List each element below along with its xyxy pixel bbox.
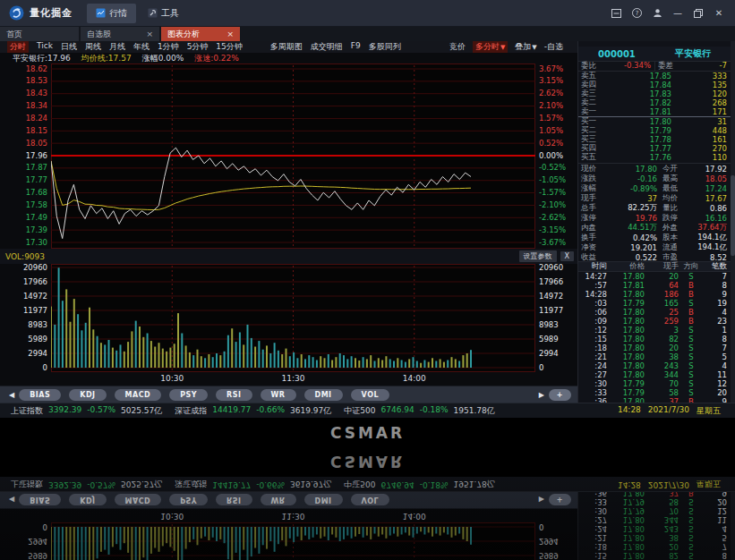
period-button[interactable]: 分时 — [7, 41, 29, 53]
tab-close-icon[interactable]: × — [226, 30, 234, 38]
trade-row[interactable]: :5717.8164B8 — [578, 281, 731, 290]
toolbar-right-group: 竞价多分时▼叠加▼-自选 — [449, 41, 570, 53]
add-indicator-button[interactable]: + — [549, 389, 571, 401]
reflection-indicator-tab-bias: BIAS — [19, 495, 61, 506]
detail-value: -0.16 — [602, 174, 657, 183]
indicator-tab-kdj[interactable]: KDJ — [69, 389, 106, 401]
detail-value: 0.42% — [602, 233, 657, 242]
reflection-indicator-tab-macd: MACD — [115, 495, 162, 506]
detail-row: 净资19.201流通194.1亿 — [578, 242, 731, 252]
tab-item[interactable]: 首页 — [0, 27, 79, 41]
trade-row[interactable]: :0317.79165S19 — [578, 299, 731, 308]
trade-row[interactable]: :1517.8082S8 — [578, 335, 731, 344]
settings-params-button[interactable]: 设置参数 — [519, 250, 557, 262]
book-price: 17.83 — [602, 89, 671, 98]
period-button[interactable]: 年线 — [133, 41, 150, 53]
toolbar-right-button[interactable]: 竞价 — [449, 41, 466, 53]
period-button[interactable]: Tick — [37, 41, 53, 53]
scrollbar[interactable] — [731, 41, 735, 403]
indicator-tab-vol[interactable]: VOL — [351, 389, 389, 401]
trade-row[interactable]: :3017.7970S12 — [578, 379, 731, 388]
volume-chart[interactable]: 209601796614972119778983598929940 209601… — [0, 264, 577, 372]
view-button[interactable]: 多股同列 — [369, 41, 401, 53]
volume-axis-label: 5989 — [539, 335, 559, 344]
indicator-tab-wr[interactable]: WR — [261, 389, 296, 401]
trade-row[interactable]: :2417.80243S4 — [578, 361, 731, 370]
index-change-pct: -0.66% — [256, 405, 285, 417]
menu-tools-label: 工具 — [161, 7, 179, 20]
book-price: 17.77 — [602, 144, 671, 153]
period-button[interactable]: 1分钟 — [158, 41, 179, 53]
stock-name: 平安银行 — [675, 47, 711, 60]
toolbar-right-button[interactable]: -自选 — [544, 41, 563, 53]
view-group: 多周期图成交明细F9多股同列 — [270, 41, 409, 53]
help-icon[interactable]: ? — [631, 8, 642, 19]
user-account-icon[interactable] — [652, 8, 662, 19]
index-value: 3392.39 — [48, 405, 81, 417]
scroll-left-icon[interactable]: ◀ — [9, 391, 14, 399]
scroll-right-icon[interactable]: ▶ — [539, 391, 544, 399]
index-name: 深证成指 — [175, 405, 207, 417]
view-button[interactable]: 成交明细 — [311, 41, 343, 53]
reflection-index-name: 上证指数 — [11, 479, 43, 490]
scrollbar-thumb[interactable] — [731, 175, 735, 256]
toolbar-right-button[interactable]: 多分时▼ — [473, 41, 508, 53]
order-book-row[interactable]: 卖一17.81171 — [578, 107, 731, 116]
trade-row[interactable]: :1217.803S1 — [578, 326, 731, 335]
trade-row[interactable]: :2117.8038S5 — [578, 352, 731, 361]
restore-button[interactable] — [693, 8, 704, 19]
reflection-app-window: 量化掘金 行情 工具 ? — ✕ 首页自选股×图表分析× 分时T — [0, 477, 735, 560]
order-book-row[interactable]: 买五17.76110 — [578, 153, 731, 162]
indicator-tab-psy[interactable]: PSY — [169, 389, 208, 401]
reflection-trade-count: 11 — [704, 515, 731, 524]
view-button[interactable]: 多周期图 — [270, 41, 303, 53]
toolbar-right-label: -自选 — [544, 42, 563, 51]
view-button[interactable]: F9 — [351, 41, 361, 53]
trade-row[interactable]: :0917.80259B23 — [578, 317, 731, 326]
indicator-tab-bias[interactable]: BIAS — [19, 389, 61, 401]
detail-value: 17.80 — [602, 165, 657, 174]
trade-list-header: 时间价格现手方向笔数 — [578, 261, 731, 272]
trade-price: 17.80 — [607, 370, 645, 379]
trade-count: 8 — [704, 281, 731, 290]
trade-row[interactable]: :0617.8025B4 — [578, 308, 731, 317]
detail-value: 194.1亿 — [680, 242, 731, 253]
toolbar-right-button[interactable]: 叠加▼ — [515, 41, 536, 53]
reflection-time-axis-label: 14:00 — [403, 512, 426, 521]
trade-row[interactable]: 14:2817.80186B9 — [578, 290, 731, 299]
trade-list[interactable]: 14:2717.8020S7:5717.8164B814:2817.80186B… — [578, 272, 731, 403]
menu-tools[interactable]: 工具 — [139, 4, 188, 23]
tab-close-icon[interactable]: × — [146, 30, 153, 38]
index-ticker: 上证指数3392.39-0.57%5025.57亿 — [11, 405, 162, 417]
trade-row[interactable]: 14:2717.8020S7 — [578, 272, 731, 281]
close-button[interactable]: ✕ — [714, 8, 724, 19]
period-button[interactable]: 15分钟 — [216, 41, 242, 53]
close-pane-button[interactable]: X — [560, 251, 574, 261]
stock-header[interactable]: 000001 平安银行 — [578, 47, 731, 61]
period-button[interactable]: 月线 — [109, 41, 125, 53]
reflection-trade-direction: S — [679, 524, 704, 533]
period-button[interactable]: 5分钟 — [187, 41, 209, 53]
indicator-tab-rsi[interactable]: RSI — [216, 389, 252, 401]
trade-row[interactable]: :1817.8020S7 — [578, 344, 731, 352]
reflection-trade-price: 17.79 — [607, 506, 645, 515]
panel-toggle-icon[interactable] — [611, 8, 621, 19]
trade-count: 5 — [704, 352, 731, 361]
detail-value: 0.522 — [602, 253, 657, 262]
menu-market[interactable]: 行情 — [87, 4, 136, 23]
trade-row[interactable]: :2717.80344S11 — [578, 370, 731, 379]
book-level-label: 买五 — [578, 152, 602, 163]
intraday-price-chart[interactable]: 18.6218.5318.4318.3418.2418.1518.0517.96… — [0, 64, 577, 249]
minimize-button[interactable]: — — [672, 8, 683, 19]
trade-row[interactable]: :3317.7958S20 — [578, 388, 731, 397]
indicator-tab-dmi[interactable]: DMI — [304, 389, 343, 401]
percent-axis-label: -2.10% — [539, 201, 566, 209]
tab-item[interactable]: 自选股× — [81, 27, 159, 41]
diff-value: -7 — [720, 61, 731, 72]
period-button[interactable]: 周线 — [85, 41, 101, 53]
volume-axis-label: 17966 — [23, 278, 47, 286]
period-button[interactable]: 日线 — [61, 41, 77, 53]
info-avg-line: 均价线:17.57 — [81, 53, 132, 64]
tab-active[interactable]: 图表分析× — [161, 27, 240, 41]
indicator-tab-macd[interactable]: MACD — [115, 389, 162, 401]
